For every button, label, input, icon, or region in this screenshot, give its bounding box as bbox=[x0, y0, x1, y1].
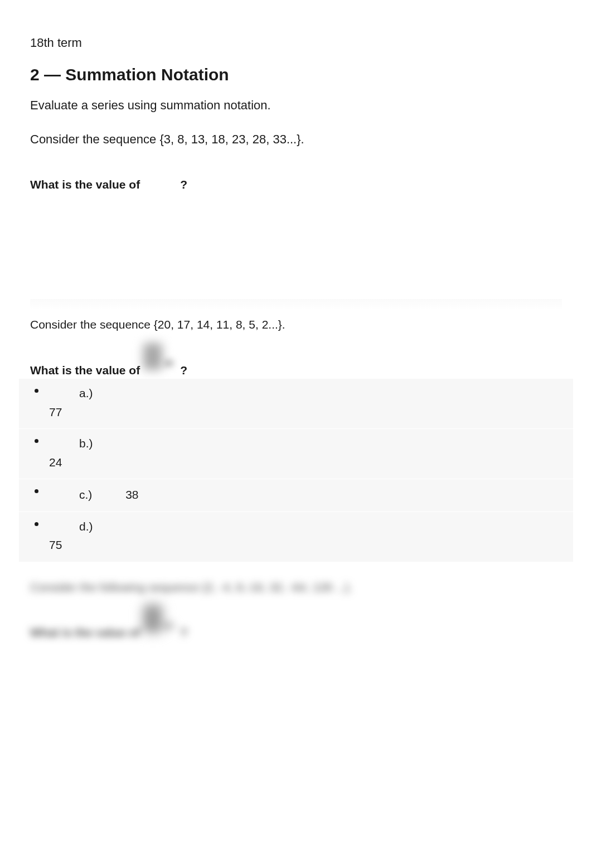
section-divider bbox=[30, 299, 562, 310]
q1-question: What is the value of ? bbox=[30, 171, 562, 193]
answer-value: 38 bbox=[125, 488, 138, 501]
q2-question-suffix: ? bbox=[180, 361, 187, 379]
answer-value: 75 bbox=[49, 538, 62, 551]
top-context-text: 18th term bbox=[30, 33, 562, 52]
q2-question: What is the value of ? bbox=[30, 361, 562, 379]
answer-label: b.) bbox=[79, 437, 93, 450]
q3-sequence: Consider the following sequence {2, -4, … bbox=[30, 578, 562, 596]
answer-option[interactable]: a.) 77 bbox=[19, 379, 573, 428]
answer-value: 24 bbox=[49, 456, 62, 469]
answer-label: d.) bbox=[79, 520, 93, 533]
q1-sequence: Consider the sequence {3, 8, 13, 18, 23,… bbox=[30, 130, 562, 148]
q3-question-prefix: What is the value of bbox=[30, 624, 140, 642]
answer-option-selected[interactable]: c.) 38 bbox=[19, 479, 573, 512]
answer-label: c.) bbox=[79, 488, 92, 501]
answer-label: a.) bbox=[79, 387, 93, 399]
bullet-icon bbox=[35, 439, 38, 443]
section-description: Evaluate a series using summation notati… bbox=[30, 96, 562, 114]
answer-option[interactable]: d.) 75 bbox=[19, 512, 573, 562]
q3-question-suffix: ? bbox=[180, 624, 187, 642]
q3-blurred-section: Consider the following sequence {2, -4, … bbox=[30, 578, 562, 642]
bullet-icon bbox=[35, 489, 38, 493]
q1-question-prefix: What is the value of bbox=[30, 176, 140, 194]
sigma-icon bbox=[143, 628, 177, 642]
q1-question-suffix: ? bbox=[180, 176, 187, 194]
sigma-icon bbox=[143, 365, 177, 379]
answer-option[interactable]: b.) 24 bbox=[19, 428, 573, 479]
bullet-icon bbox=[35, 389, 38, 393]
answer-value: 77 bbox=[49, 406, 62, 418]
q2-question-prefix: What is the value of bbox=[30, 361, 140, 379]
section-heading: 2 — Summation Notation bbox=[30, 62, 562, 87]
q3-question: What is the value of ? bbox=[30, 624, 562, 642]
bullet-icon bbox=[35, 522, 38, 526]
sigma-icon bbox=[143, 171, 177, 193]
q2-sequence: Consider the sequence {20, 17, 14, 11, 8… bbox=[30, 316, 562, 334]
q2-answer-list: a.) 77 b.) 24 c.) 38 d.) 75 bbox=[19, 379, 573, 562]
